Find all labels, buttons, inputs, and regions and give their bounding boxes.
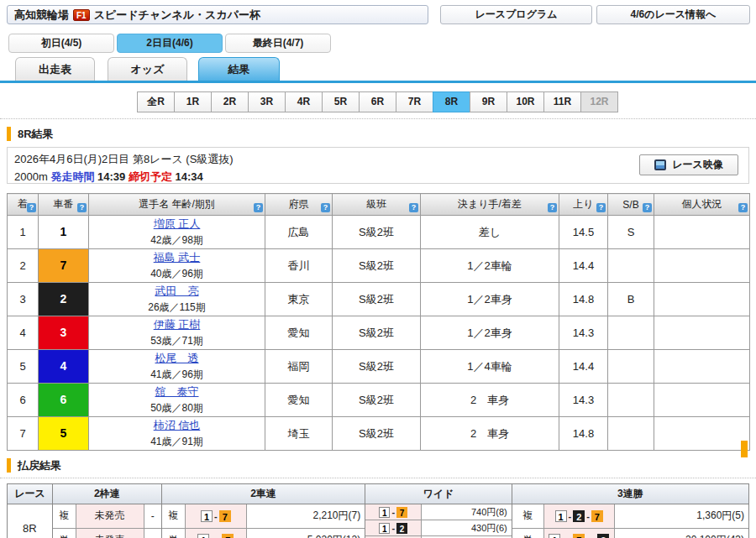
help-icon[interactable]: ? [548, 203, 557, 212]
car-number-cell: 7 [39, 249, 89, 283]
payout-table: レース 8R 2枠連 複未発売-単未発売- 2車連 複1-72,210円(7)単… [7, 483, 749, 538]
day-tab[interactable]: 初日(4/5) [8, 34, 114, 53]
payout-col-waku2: 2枠連 複未発売-単未発売- [53, 484, 162, 538]
payout-cell: 20,100円(43) [615, 529, 748, 538]
class-cell: S級2班 [333, 283, 421, 316]
race-tab-3r[interactable]: 3R [248, 91, 286, 112]
race-info-link-button[interactable]: 4/6のレース情報へ [596, 5, 750, 24]
race-id-cell: 8R [8, 504, 52, 538]
help-icon[interactable]: ? [409, 203, 418, 212]
race-tab-2r[interactable]: 2R [211, 91, 249, 112]
race-tab-6r[interactable]: 6R [359, 91, 396, 112]
race-tab-9r[interactable]: 9R [470, 91, 507, 112]
margin-cell: 1／2車身 [421, 283, 559, 316]
race-tab-11r[interactable]: 11R [543, 91, 581, 112]
help-icon[interactable]: ? [254, 203, 263, 212]
rider-link[interactable]: 武田 亮 [89, 284, 265, 299]
combo-separator: - [214, 511, 218, 521]
header-label: 車番 [54, 198, 74, 210]
main-tab-results[interactable]: 結果 [198, 57, 280, 81]
car-number: 4 [39, 350, 88, 383]
payout-cell: 740円(8) [422, 504, 512, 520]
combo-cell: 未発売 [76, 529, 144, 538]
lap-time-cell: 14.8 [559, 283, 608, 316]
status-cell [654, 417, 750, 451]
main-tab-start-list[interactable]: 出走表 [15, 57, 95, 81]
close-time-label: 締切予定 [129, 170, 172, 183]
close-time-value: 14:34 [176, 170, 203, 183]
combo-cell: 1-7 [186, 504, 247, 528]
payout-row: 単1→7→220,100円(43) [512, 529, 748, 538]
main-tab-odds[interactable]: オッズ [108, 57, 187, 81]
rider-link[interactable]: 柿沼 信也 [89, 418, 265, 433]
lap-time-cell: 14.5 [559, 216, 608, 249]
header-cell: 車番? [39, 194, 89, 216]
car-chip: 7 [396, 507, 407, 518]
rider-age-period: 41歳／96期 [89, 368, 265, 382]
result-section-title: 8R結果 [18, 127, 54, 142]
rider-link[interactable]: 伊藤 正樹 [89, 317, 265, 332]
place-cell: 2 [8, 249, 39, 283]
divider [0, 478, 756, 478]
header-cell: 着? [8, 194, 39, 216]
bet-type-label: 単 [162, 529, 186, 538]
rider-age-period: 40歳／96期 [89, 267, 265, 281]
race-tab-all[interactable]: 全R [137, 91, 175, 112]
car-chip: 2 [597, 534, 609, 538]
status-cell [654, 316, 750, 350]
help-icon[interactable]: ? [738, 203, 748, 212]
race-time-text: 2000m 発走時間 14:39 締切予定 14:34 [14, 170, 748, 185]
race-tab-10r[interactable]: 10R [507, 91, 544, 112]
class-cell: S級2班 [333, 316, 421, 350]
results-header-row: 着?車番?選手名 年齢/期別?府県?級班?決まり手/着差?上り?S/B?個人状況… [8, 194, 750, 216]
combo-cell: 1-2-7 [544, 504, 615, 528]
help-icon[interactable]: ? [77, 203, 87, 212]
table-row: 66舘 泰守50歳／80期愛知S級2班2 車身14.3 [8, 384, 750, 417]
payout-header-wide: ワイド [365, 484, 512, 504]
status-cell [654, 350, 750, 384]
race-tab-8r[interactable]: 8R [433, 91, 470, 112]
race-tab-12r: 12R [580, 91, 618, 112]
payout-section-title: 払戻結果 [18, 458, 61, 473]
race-tab-4r[interactable]: 4R [285, 91, 323, 112]
race-distance: 2000m [14, 170, 48, 183]
race-program-button[interactable]: レースプログラム [440, 5, 592, 24]
rider-link[interactable]: 舘 泰守 [89, 384, 265, 400]
rider-link[interactable]: 増原 正人 [89, 217, 265, 232]
bet-type-label: 単 [53, 529, 76, 538]
help-icon[interactable]: ? [643, 203, 652, 212]
header-label: 上り [573, 198, 593, 210]
margin-cell: 1／4車輪 [421, 350, 559, 384]
payout-col-sha2: 2車連 複1-72,210円(7)単1→75,020円(12) [162, 484, 365, 538]
rider-link[interactable]: 福島 武士 [89, 250, 265, 265]
help-icon[interactable]: ? [27, 203, 36, 212]
prefecture-cell: 埼玉 [265, 417, 333, 451]
prefecture-cell: 福岡 [265, 350, 333, 384]
divider [0, 118, 756, 119]
margin-cell: 1／2車身 [421, 316, 559, 350]
class-cell: S級2班 [333, 384, 421, 417]
payout-cell: 430円(6) [422, 520, 512, 535]
payout-row: 複未発売- [53, 504, 161, 529]
rider-cell: 松尾 透41歳／96期 [89, 350, 265, 384]
start-time-value: 14:39 [97, 170, 125, 183]
day-tab[interactable]: 2日目(4/6) [117, 34, 223, 53]
car-chip: 2 [573, 510, 585, 522]
car-number: 3 [39, 316, 88, 349]
race-tab-5r[interactable]: 5R [322, 91, 360, 112]
margin-cell: 1／2車輪 [421, 249, 559, 283]
race-tab-1r[interactable]: 1R [174, 91, 212, 112]
event-title: スピードチャンネル・スカパー杯 [94, 8, 260, 23]
race-video-button[interactable]: レース映像 [639, 154, 738, 175]
prefecture-cell: 香川 [265, 249, 333, 283]
help-icon[interactable]: ? [596, 203, 606, 212]
section-accent-bar [7, 127, 11, 141]
help-icon[interactable]: ? [321, 203, 330, 212]
combo-cell: 1→7→2 [544, 529, 615, 538]
place-cell: 4 [8, 316, 39, 350]
day-tab[interactable]: 最終日(4/7) [225, 34, 331, 53]
table-row: 27福島 武士40歳／96期香川S級2班1／2車輪14.4 [8, 249, 750, 283]
race-tab-7r[interactable]: 7R [396, 91, 433, 112]
rider-link[interactable]: 松尾 透 [89, 351, 265, 366]
payout-cell: 5,020円(12) [247, 529, 365, 538]
